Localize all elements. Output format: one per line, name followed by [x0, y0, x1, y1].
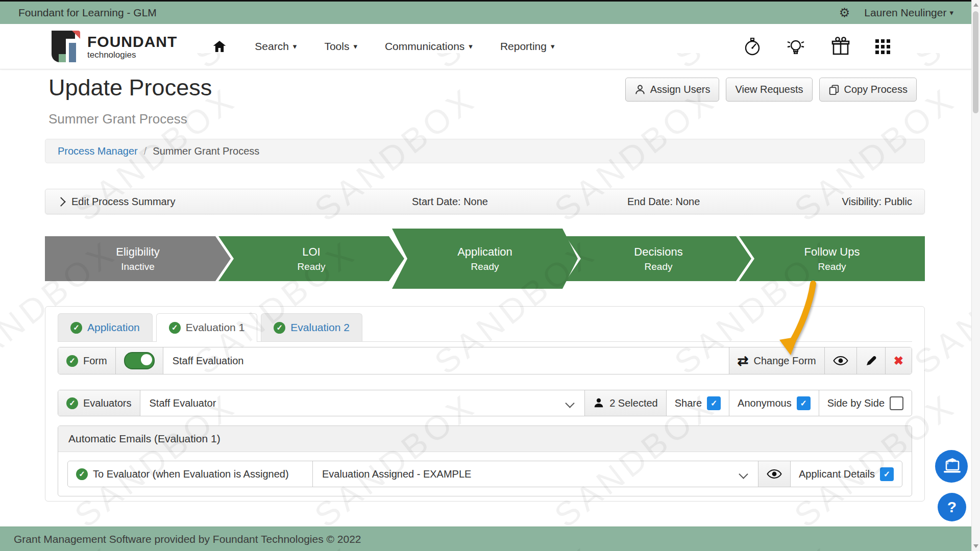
change-form-button[interactable]: ⇄ Change Form [729, 347, 824, 374]
form-name-value: Staff Evaluation [163, 347, 729, 374]
help-button[interactable]: ? [938, 493, 966, 521]
share-option: Share [667, 390, 729, 416]
anonymous-option: Anonymous [729, 390, 819, 416]
user-name: Lauren Neulinger [864, 7, 946, 19]
scrollbar-thumb[interactable] [973, 11, 978, 113]
email-trigger-label: ✓ To Evaluator (when Evaluation is Assig… [68, 461, 313, 487]
evaluator-type-select[interactable]: Staff Evaluator [140, 390, 585, 416]
side-by-side-option: Side by Side [819, 390, 912, 416]
foundant-logo-mark [48, 31, 80, 62]
pencil-icon [865, 355, 877, 367]
process-stage-strip: Eligibility Inactive LOI Ready Applicati… [45, 229, 925, 289]
chevron-down-icon [739, 469, 748, 479]
delete-x-icon: ✖ [894, 355, 903, 367]
stage-detail-card: ✓ Application ✓ Evaluation 1 ✓ Evaluatio… [45, 306, 925, 502]
nav-menu-communications[interactable]: Communications ▾ [385, 40, 473, 53]
gift-icon[interactable] [830, 37, 851, 56]
person-icon [593, 397, 604, 409]
timer-icon[interactable] [744, 37, 761, 56]
stage-eligibility[interactable]: Eligibility Inactive [45, 236, 231, 281]
stage-follow-ups[interactable]: Follow Ups Ready [739, 236, 925, 281]
tab-application[interactable]: ✓ Application [58, 313, 153, 341]
footer-text: Grant Management Software provided by Fo… [14, 533, 361, 545]
main-nav-bar: FOUNDANT technologies Search ▾ Tools ▾ C… [0, 24, 972, 69]
page-subtitle: Summer Grant Process [48, 111, 187, 127]
copy-icon [828, 84, 840, 96]
laptop-graduation-icon [941, 457, 962, 475]
foundant-logo[interactable]: FOUNDANT technologies [48, 31, 177, 62]
preview-email-button[interactable] [758, 461, 791, 487]
email-row: ✓ To Evaluator (when Evaluation is Assig… [67, 461, 902, 487]
footer-bar: Grant Management Software provided by Fo… [0, 527, 972, 551]
nav-menu-search[interactable]: Search ▾ [255, 40, 297, 53]
user-menu[interactable]: Lauren Neulinger ▾ [864, 7, 953, 19]
eye-icon [833, 356, 848, 366]
swap-arrows-icon: ⇄ [738, 354, 749, 367]
start-date-value: Start Date: None [412, 196, 488, 208]
form-toggle-cell [116, 347, 163, 374]
stage-loi[interactable]: LOI Ready [218, 236, 404, 281]
check-circle-icon: ✓ [274, 322, 285, 334]
breadcrumb: Process Manager / Summer Grant Process [45, 139, 925, 163]
check-circle-icon: ✓ [169, 322, 181, 334]
apps-grid-icon[interactable] [875, 39, 890, 54]
chevron-down-icon [565, 398, 574, 408]
form-row: ✓ Form Staff Evaluation ⇄ Change Form [58, 347, 912, 374]
form-tabs: ✓ Application ✓ Evaluation 1 ✓ Evaluatio… [58, 313, 912, 342]
chevron-right-icon [56, 197, 65, 206]
chevron-down-icon: ▾ [293, 42, 297, 51]
chevron-down-icon: ▾ [551, 42, 555, 51]
home-icon [212, 39, 227, 54]
chevron-down-icon: ▾ [469, 42, 473, 51]
chevron-down-icon: ▾ [353, 42, 357, 51]
learning-lab-button[interactable] [935, 450, 968, 483]
breadcrumb-link-process-manager[interactable]: Process Manager [58, 145, 138, 157]
applicant-details-option: Applicant Details [791, 461, 902, 487]
chevron-down-icon: ▾ [949, 8, 953, 17]
stage-decisions[interactable]: Decisions Ready [566, 236, 751, 281]
copy-process-button[interactable]: Copy Process [819, 78, 917, 102]
home-button[interactable] [212, 39, 227, 54]
visibility-value: Visibility: Public [842, 196, 912, 208]
tab-evaluation-1[interactable]: ✓ Evaluation 1 [156, 313, 258, 341]
process-summary-bar: Edit Process Summary Start Date: None En… [45, 189, 925, 214]
lightbulb-idea-icon[interactable] [786, 37, 806, 56]
tab-evaluation-2[interactable]: ✓ Evaluation 2 [261, 313, 362, 341]
scrollbar-down-arrow[interactable] [973, 544, 978, 548]
view-requests-button[interactable]: View Requests [726, 78, 812, 102]
stage-application[interactable]: Application Ready [392, 229, 578, 289]
check-circle-icon: ✓ [76, 468, 88, 480]
edit-form-button[interactable] [856, 347, 885, 374]
form-enabled-toggle[interactable] [124, 352, 155, 369]
top-bar: Foundant for Learning - GLM ⚙ Lauren Neu… [0, 2, 972, 24]
automatic-emails-header: Automatic Emails (Evaluation 1) [58, 426, 912, 452]
share-checkbox[interactable] [707, 396, 721, 410]
evaluators-selected-button[interactable]: 2 Selected [584, 390, 667, 416]
breadcrumb-separator: / [144, 145, 147, 157]
form-label-cell: ✓ Form [58, 347, 116, 374]
assign-users-button[interactable]: Assign Users [625, 78, 720, 102]
end-date-value: End Date: None [627, 196, 700, 208]
environment-title: Foundant for Learning - GLM [18, 7, 157, 19]
nav-menu-reporting[interactable]: Reporting ▾ [500, 40, 555, 53]
brand-name: FOUNDANT [87, 34, 177, 49]
settings-gear-icon[interactable]: ⚙ [839, 7, 850, 19]
page-scrollbar[interactable] [971, 0, 980, 551]
check-circle-icon: ✓ [66, 355, 78, 367]
eye-icon [767, 469, 782, 479]
person-icon [634, 84, 646, 96]
nav-menu-tools[interactable]: Tools ▾ [324, 40, 357, 53]
applicant-details-checkbox[interactable] [880, 467, 894, 481]
page-title: Update Process [48, 74, 212, 101]
edit-process-summary-toggle[interactable]: Edit Process Summary [58, 189, 175, 214]
anonymous-checkbox[interactable] [797, 396, 811, 410]
check-circle-icon: ✓ [70, 322, 82, 334]
side-by-side-checkbox[interactable] [890, 396, 903, 410]
preview-form-button[interactable] [824, 347, 856, 374]
delete-form-button[interactable]: ✖ [885, 347, 912, 374]
evaluators-label-cell: ✓ Evaluators [58, 390, 140, 416]
email-template-select[interactable]: Evaluation Assigned - EXAMPLE [313, 461, 758, 487]
app-root: Foundant for Learning - GLM ⚙ Lauren Neu… [0, 0, 980, 551]
scrollbar-up-arrow[interactable] [973, 3, 978, 7]
brand-subtitle: technologies [87, 51, 177, 59]
